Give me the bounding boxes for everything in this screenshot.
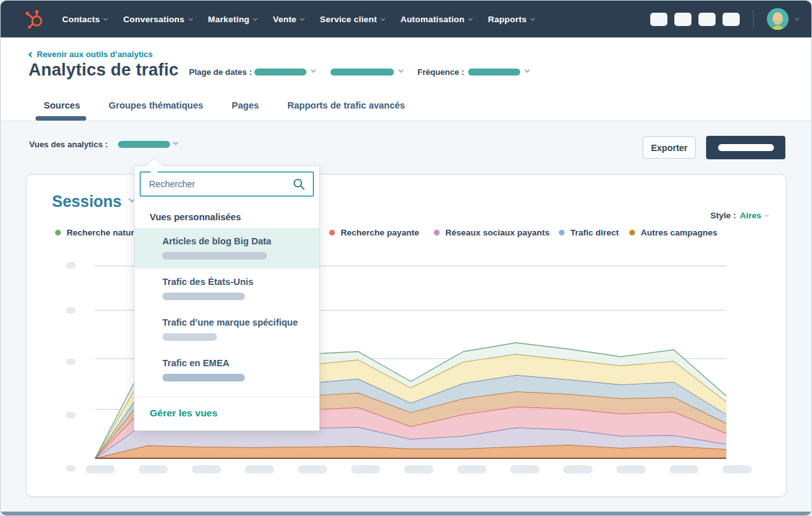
chevron-down-icon[interactable]: [795, 16, 799, 20]
chevron-down-icon[interactable]: [311, 67, 316, 72]
y-tick-placeholder: [66, 307, 75, 314]
nav-item-contacts[interactable]: Contacts: [62, 15, 107, 24]
nav-item-rapports[interactable]: Rapports: [488, 15, 534, 24]
date-range-end-select[interactable]: [331, 69, 394, 76]
primary-nav: ContactsConversationsMarketingVenteServi…: [62, 1, 534, 37]
chevron-down-icon[interactable]: [525, 67, 530, 72]
chevron-down-icon: [530, 16, 535, 20]
nav-item-service-client[interactable]: Service client: [320, 15, 384, 24]
view-meta-placeholder: [162, 333, 217, 341]
y-tick-placeholder: [66, 412, 75, 418]
nav-divider: [753, 10, 754, 29]
view-meta-placeholder: [162, 252, 267, 260]
nav-icon-placeholder[interactable]: [650, 13, 667, 26]
chevron-down-icon: [103, 16, 108, 20]
search-input[interactable]: [141, 179, 292, 189]
legend-dot-icon: [329, 230, 335, 235]
x-tick-placeholder: [563, 465, 593, 473]
legend-dot-icon: [559, 230, 565, 235]
export-button[interactable]: Exporter: [643, 136, 696, 159]
legend-item-trafic-direct[interactable]: Trafic direct: [559, 228, 619, 237]
nav-icon-placeholder[interactable]: [723, 13, 740, 26]
button-label-placeholder: [718, 144, 774, 151]
active-tab-indicator: [36, 116, 86, 121]
analytics-views-dropdown: Vues personnalisées Articles de blog Big…: [134, 155, 320, 431]
y-tick-placeholder: [66, 262, 75, 268]
x-tick-placeholder: [669, 465, 698, 473]
views-footer: Gérer les vues: [134, 397, 319, 430]
tab-bar: SourcesGroupes thématiquesPagesRapports …: [44, 100, 405, 110]
view-meta-placeholder: [162, 293, 245, 300]
x-tick-placeholder: [139, 465, 168, 473]
legend-dot-icon: [629, 230, 635, 235]
chart-metric-select[interactable]: Sessions: [52, 192, 134, 211]
x-tick-placeholder: [510, 465, 539, 473]
chevron-down-icon: [764, 213, 769, 217]
nav-item-vente[interactable]: Vente: [273, 15, 304, 24]
hubspot-logo-icon[interactable]: [23, 8, 46, 30]
nav-item-marketing[interactable]: Marketing: [208, 15, 258, 24]
y-tick-placeholder: [66, 359, 75, 365]
date-range-start-select[interactable]: [254, 69, 306, 76]
views-list: Articles de blog Big DataTrafic des État…: [134, 228, 319, 397]
chevron-down-icon: [300, 16, 304, 20]
tab-rapports-de-trafic-avances[interactable]: Rapports de trafic avancés: [287, 100, 405, 110]
chevron-down-icon: [468, 16, 473, 20]
x-tick-placeholder: [192, 465, 221, 473]
x-tick-placeholder: [86, 465, 115, 473]
style-value: Aires: [740, 211, 761, 220]
chevron-down-icon[interactable]: [398, 67, 403, 72]
nav-item-automatisation[interactable]: Automatisation: [400, 15, 472, 24]
x-tick-placeholder: [351, 465, 380, 473]
nav-icon-placeholder[interactable]: [698, 13, 716, 26]
chevron-down-icon: [253, 16, 258, 20]
chart-style-select[interactable]: Style : Aires: [710, 211, 768, 220]
breadcrumb-back-link[interactable]: Revenir aux outils d’analytics: [29, 50, 153, 59]
tab-pages[interactable]: Pages: [232, 100, 259, 110]
views-label: Vues des analytics :: [29, 140, 108, 149]
frequency-label: Fréquence :: [417, 67, 464, 77]
nav-utilities: [650, 1, 799, 37]
breadcrumb-label: Revenir aux outils d’analytics: [37, 50, 153, 59]
view-item-trafic-en-emea[interactable]: Trafic en EMEA: [134, 350, 319, 390]
chevron-down-icon: [188, 16, 193, 20]
page-title: Analytics de trafic: [29, 60, 178, 80]
nav-icon-placeholder[interactable]: [674, 13, 691, 26]
legend-item-reseaux-sociaux-payants[interactable]: Réseaux sociaux payants: [434, 228, 549, 237]
x-tick-placeholder: [617, 465, 646, 473]
x-tick-placeholder: [298, 465, 327, 473]
view-item-articles-de-blog-big-data[interactable]: Articles de blog Big Data: [134, 228, 319, 268]
analytics-views-select[interactable]: [118, 141, 170, 148]
y-tick-placeholder: [66, 465, 75, 472]
tab-groupes-thematiques[interactable]: Groupes thématiques: [108, 100, 203, 110]
back-chevron-icon: [29, 51, 34, 56]
manage-views-link[interactable]: Gérer les vues: [150, 407, 218, 418]
view-item-trafic-des-etats-unis[interactable]: Trafic des États-Unis: [134, 268, 319, 309]
chart-title: Sessions: [52, 192, 122, 211]
chevron-down-icon: [381, 16, 385, 20]
view-meta-placeholder: [162, 374, 245, 381]
avatar[interactable]: [767, 8, 789, 30]
views-section-title: Vues personnalisées: [134, 202, 319, 228]
x-tick-placeholder: [245, 465, 274, 473]
x-tick-placeholder: [404, 465, 433, 473]
views-search-box: [140, 171, 314, 197]
nav-item-conversations[interactable]: Conversations: [123, 15, 192, 24]
x-tick-placeholder: [457, 465, 487, 473]
app-window: ContactsConversationsMarketingVenteServi…: [0, 0, 812, 516]
view-item-trafic-d-une-marque-specifique[interactable]: Trafic d’une marque spécifique: [134, 309, 319, 350]
x-tick-placeholder: [723, 465, 752, 473]
search-icon: [292, 178, 305, 190]
legend-dot-icon: [434, 230, 440, 235]
window-bottom-edge: [1, 512, 812, 516]
top-navigation: ContactsConversationsMarketingVenteServi…: [1, 1, 812, 37]
frequency-select[interactable]: [468, 69, 520, 76]
primary-action-button[interactable]: [706, 136, 785, 159]
legend-dot-icon: [55, 230, 61, 235]
date-range-label: Plage de dates :: [189, 67, 252, 77]
legend-item-autres-campagnes[interactable]: Autres campagnes: [629, 228, 717, 237]
legend-item-recherche-payante[interactable]: Recherche payante: [329, 228, 419, 237]
style-label: Style :: [710, 211, 737, 220]
tab-sources[interactable]: Sources: [44, 100, 80, 110]
